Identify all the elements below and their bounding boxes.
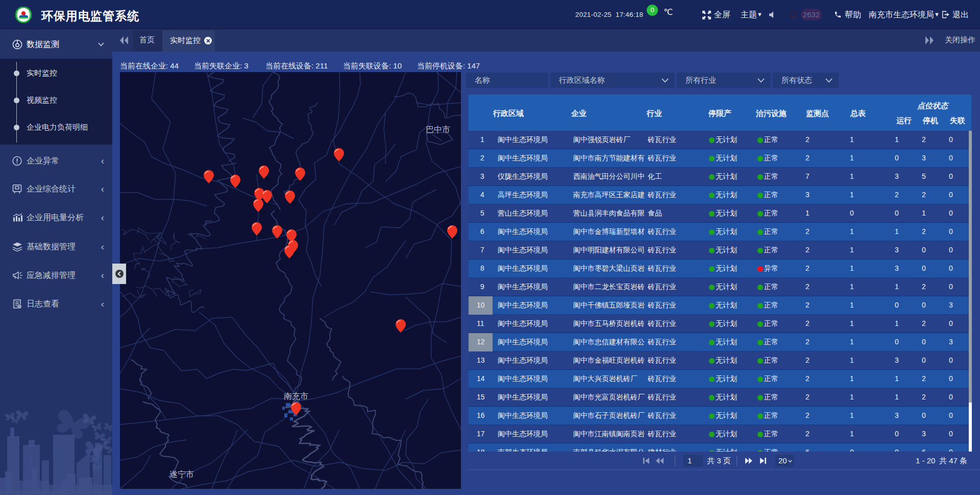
svg-text:南充市: 南充市 [284, 392, 308, 400]
svg-text:遂宁市: 遂宁市 [169, 470, 194, 479]
svg-text:巴中市: 巴中市 [426, 125, 450, 134]
